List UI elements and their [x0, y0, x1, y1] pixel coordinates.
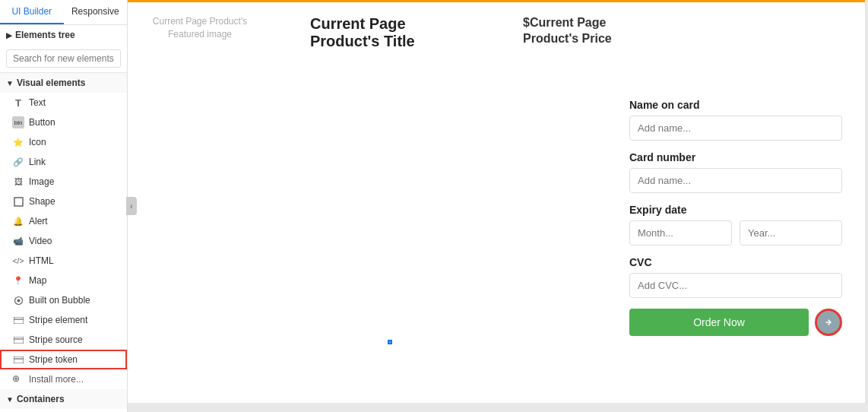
section-containers[interactable]: ▼ Containers: [0, 389, 127, 409]
sidebar-item-label: Built on Bubble: [29, 295, 90, 306]
sidebar-item-label: Stripe token: [29, 354, 78, 365]
search-bar-container: [0, 45, 127, 73]
sidebar-item-group[interactable]: Group: [0, 409, 127, 412]
search-input[interactable]: [6, 49, 121, 68]
sidebar-item-label: Button: [29, 117, 55, 128]
sidebar-item-label: HTML: [29, 255, 54, 266]
containers-label: Containers: [17, 394, 65, 404]
cvc-label: CVC: [629, 256, 842, 268]
sidebar-item-stripe-element[interactable]: Stripe element: [0, 310, 127, 330]
small-square-indicator: [388, 340, 392, 344]
card-number-label: Card number: [629, 151, 842, 163]
sidebar-tabs: UI Builder Responsive: [0, 0, 127, 25]
sidebar-item-map[interactable]: 📍 Map: [0, 271, 127, 290]
sidebar-item-label: Link: [29, 157, 46, 167]
product-image-placeholder: Current Page Product's Featured image: [150, 15, 249, 41]
sidebar-item-label: Video: [29, 236, 52, 246]
sidebar: UI Builder Responsive ▶ Elements tree ▼ …: [0, 0, 128, 412]
map-icon: 📍: [12, 274, 24, 287]
bubble-icon: [12, 294, 24, 306]
button-icon: btn: [12, 116, 24, 128]
svg-rect-5: [14, 337, 24, 344]
circle-action-button[interactable]: [815, 309, 842, 336]
video-icon: 📹: [12, 235, 24, 247]
product-price-placeholder: $Current Page Product's Price: [523, 15, 637, 47]
stripe-element-icon: [12, 314, 24, 326]
sidebar-item-html[interactable]: </> HTML: [0, 251, 127, 271]
install-more-icon: ⊕: [12, 373, 24, 385]
sidebar-item-alert[interactable]: 🔔 Alert: [0, 211, 127, 231]
product-title-placeholder: Current Page Product's Title: [310, 15, 462, 50]
main-canvas-area: Current Page Product's Featured image Cu…: [128, 0, 868, 412]
sidebar-item-label: Icon: [29, 137, 46, 147]
sidebar-item-icon[interactable]: ⭐ Icon: [0, 132, 127, 152]
image-icon: 🖼: [12, 176, 24, 188]
section-arrow: ▼: [6, 79, 14, 87]
sidebar-item-label: Image: [29, 176, 54, 187]
expiry-date-field: Expiry date: [629, 204, 842, 246]
cvc-input[interactable]: [629, 273, 842, 298]
sidebar-item-label: Stripe element: [29, 315, 87, 325]
sidebar-item-built-on-bubble[interactable]: Built on Bubble: [0, 290, 127, 310]
canvas: Current Page Product's Featured image Cu…: [128, 0, 865, 403]
html-icon: </>: [12, 255, 24, 267]
containers-arrow: ▼: [6, 395, 14, 404]
year-input[interactable]: [740, 220, 842, 246]
sidebar-item-text[interactable]: T Text: [0, 93, 127, 113]
name-on-card-field: Name on card: [629, 99, 842, 141]
elements-tree-arrow: ▶: [6, 31, 12, 40]
name-on-card-input[interactable]: [629, 116, 842, 141]
card-number-input[interactable]: [629, 168, 842, 193]
shape-icon: [12, 195, 24, 208]
link-icon: 🔗: [12, 156, 24, 168]
sidebar-item-install-more[interactable]: ⊕ Install more...: [0, 369, 127, 389]
form-section: Name on card Card number Expiry date: [629, 99, 842, 336]
stripe-source-icon: [12, 334, 24, 346]
cvc-field: CVC: [629, 256, 842, 298]
expiry-row: [629, 220, 842, 246]
top-orange-bar: [128, 0, 865, 2]
tab-ui-builder[interactable]: UI Builder: [0, 0, 64, 24]
sidebar-item-stripe-token[interactable]: Stripe token: [0, 350, 127, 369]
elements-tree-header[interactable]: ▶ Elements tree: [0, 25, 127, 45]
sidebar-item-video[interactable]: 📹 Video: [0, 231, 127, 251]
sidebar-item-label: Text: [29, 97, 46, 108]
sidebar-item-label: Map: [29, 275, 46, 286]
sidebar-item-shape[interactable]: Shape: [0, 192, 127, 211]
elements-tree-label: Elements tree: [15, 30, 75, 40]
alert-icon: 🔔: [12, 215, 24, 227]
text-icon: T: [12, 97, 24, 109]
order-now-button[interactable]: Order Now: [629, 309, 809, 336]
name-on-card-label: Name on card: [629, 99, 842, 111]
stripe-token-icon: [12, 353, 24, 366]
canvas-header-row: Current Page Product's Featured image Cu…: [128, 0, 865, 58]
sidebar-item-button[interactable]: btn Button: [0, 113, 127, 132]
tab-responsive[interactable]: Responsive: [64, 0, 128, 24]
section-label: Visual elements: [17, 78, 86, 88]
section-visual-elements[interactable]: ▼ Visual elements: [0, 73, 127, 93]
order-now-row: Order Now: [629, 309, 842, 336]
sidebar-collapse-arrow[interactable]: ‹: [126, 197, 137, 215]
sidebar-item-label: Stripe source: [29, 334, 83, 345]
icon-icon: ⭐: [12, 136, 24, 148]
sidebar-item-label: Shape: [29, 196, 55, 207]
expiry-date-label: Expiry date: [629, 204, 842, 216]
card-number-field: Card number: [629, 151, 842, 193]
sidebar-item-stripe-source[interactable]: Stripe source: [0, 330, 127, 350]
svg-rect-7: [14, 357, 24, 363]
sidebar-item-label: Alert: [29, 216, 48, 227]
month-input[interactable]: [629, 220, 732, 246]
canvas-container: Current Page Product's Featured image Cu…: [128, 0, 868, 412]
sidebar-item-link[interactable]: 🔗 Link: [0, 152, 127, 172]
sidebar-item-label: Install more...: [29, 374, 84, 385]
svg-point-2: [17, 299, 20, 302]
svg-rect-3: [14, 317, 24, 324]
sidebar-item-image[interactable]: 🖼 Image: [0, 172, 127, 192]
svg-rect-0: [14, 198, 23, 206]
